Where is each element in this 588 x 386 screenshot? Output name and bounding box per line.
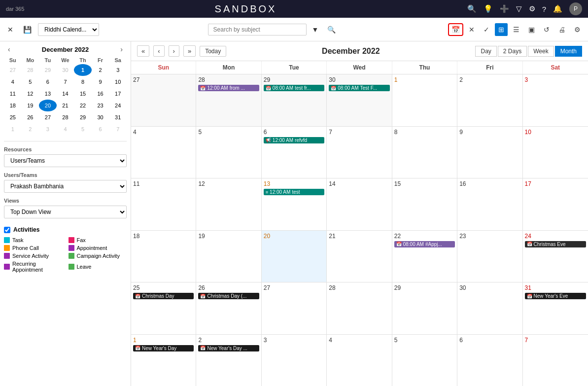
cal-cell[interactable]: 7 [523, 335, 588, 386]
cal-cell[interactable]: 18 [131, 231, 196, 282]
close-button[interactable]: ✕ [4, 23, 17, 36]
mini-cal-day[interactable]: 18 [4, 100, 22, 111]
bell-icon[interactable]: 🔔 [553, 4, 562, 13]
mini-cal-day[interactable]: 28 [22, 64, 39, 76]
cal-event[interactable]: 📢12:00 AM refvfd [264, 137, 324, 143]
cal-cell[interactable]: 14 [327, 178, 392, 230]
help-icon[interactable]: ? [542, 5, 546, 13]
two-days-switch-btn[interactable]: 2 Days [498, 46, 527, 57]
mini-cal-day[interactable]: 9 [92, 76, 109, 88]
cal-cell[interactable]: 6📢12:00 AM refvfd [262, 127, 327, 178]
day-view-btn[interactable]: ▣ [525, 23, 538, 36]
mini-cal-day[interactable]: 21 [57, 100, 74, 111]
cal-event[interactable]: 📅08:00 AM test fr... [264, 85, 324, 91]
calendar-select[interactable]: Riddhi Calend... [38, 23, 99, 36]
mini-cal-day[interactable]: 14 [57, 88, 74, 100]
mini-cal-day[interactable]: 3 [39, 123, 57, 135]
cal-event[interactable]: 📅 New Year's Eve [525, 293, 586, 299]
mini-cal-day[interactable]: 6 [92, 123, 109, 135]
cal-last-btn[interactable]: » [183, 45, 196, 57]
cal-cell[interactable]: 28📅12:00 AM from ... [196, 74, 261, 126]
cal-cell[interactable]: 11 [131, 178, 196, 230]
mini-cal-day[interactable]: 17 [109, 88, 127, 100]
mini-cal-day[interactable]: 28 [57, 111, 74, 123]
mini-cal-prev[interactable]: ‹ [6, 45, 12, 53]
mini-cal-day[interactable]: 30 [57, 64, 74, 76]
cal-event[interactable]: ≡12:00 AM test [264, 189, 324, 195]
search-icon[interactable]: 🔍 [467, 4, 477, 13]
cal-event[interactable]: 📅08:00 AM #Appj... [394, 241, 455, 247]
mini-cal-day[interactable]: 27 [4, 64, 22, 76]
mini-cal-day[interactable]: 27 [39, 111, 57, 123]
users-teams-dropdown[interactable]: Prakash Bambhania [4, 180, 127, 193]
mini-cal-day[interactable]: 24 [109, 100, 127, 111]
cal-today-btn[interactable]: Today [200, 46, 226, 57]
cal-cell[interactable]: 29 [392, 282, 457, 334]
cal-cell[interactable]: 27 [262, 282, 327, 334]
mini-cal-day[interactable]: 1 [4, 123, 22, 135]
cal-cell[interactable]: 1 [392, 74, 457, 126]
cal-cell[interactable]: 24📅 Christmas Eve [523, 231, 588, 282]
mini-cal-day[interactable]: 10 [109, 76, 127, 88]
month-grid-btn[interactable]: ⊞ [495, 23, 508, 36]
plus-icon[interactable]: ➕ [500, 4, 509, 13]
save-button[interactable]: 💾 [20, 23, 35, 36]
cal-cell[interactable]: 28 [327, 282, 392, 334]
cal-cell[interactable]: 23 [457, 231, 522, 282]
print-btn[interactable]: 🖨 [555, 23, 569, 36]
refresh-btn[interactable]: ↺ [540, 23, 553, 36]
mini-cal-day[interactable]: 1 [74, 64, 92, 76]
cal-cell[interactable]: 9 [457, 127, 522, 178]
cal-cell[interactable]: 10 [523, 127, 588, 178]
cal-event[interactable]: 📅 New Year's Day [133, 345, 194, 351]
search-dropdown-btn[interactable]: ▼ [309, 23, 322, 36]
search-submit-btn[interactable]: 🔍 [324, 23, 339, 36]
cal-prev-btn[interactable]: ‹ [153, 45, 164, 57]
mini-cal-day[interactable]: 3 [109, 64, 127, 76]
cal-next-btn[interactable]: › [169, 45, 179, 57]
cal-cell[interactable]: 6 [457, 335, 522, 386]
cal-event[interactable]: 📅 Christmas Day [133, 293, 194, 299]
mini-cal-day[interactable]: 7 [57, 76, 74, 88]
mini-cal-day[interactable]: 15 [74, 88, 92, 100]
mini-cal-day[interactable]: 4 [4, 76, 22, 88]
gear-icon[interactable]: ⚙ [529, 4, 535, 13]
cal-first-btn[interactable]: « [137, 45, 149, 57]
views-dropdown[interactable]: Top Down View [4, 206, 127, 218]
cal-cell[interactable]: 31📅 New Year's Eve [523, 282, 588, 334]
mini-cal-day[interactable]: 30 [92, 111, 109, 123]
cal-cell[interactable]: 29📅08:00 AM test fr... [262, 74, 327, 126]
mini-cal-day[interactable]: 31 [109, 111, 127, 123]
mini-cal-day[interactable]: 29 [39, 64, 57, 76]
cal-cell[interactable]: 15 [392, 178, 457, 230]
mini-cal-day[interactable]: 23 [92, 100, 109, 111]
lightbulb-icon[interactable]: 💡 [484, 4, 493, 13]
day-switch-btn[interactable]: Day [475, 46, 496, 57]
mini-cal-day[interactable]: 5 [74, 123, 92, 135]
cal-cell[interactable]: 17 [523, 178, 588, 230]
cal-event[interactable]: 📅08:00 AM Test F... [329, 85, 389, 91]
delete-view-btn[interactable]: ✕ [465, 23, 478, 36]
mini-cal-day[interactable]: 7 [109, 123, 127, 135]
cal-cell[interactable]: 1📅 New Year's Day [131, 335, 196, 386]
mini-cal-day[interactable]: 19 [22, 100, 39, 111]
mini-cal-day[interactable]: 13 [39, 88, 57, 100]
cal-cell[interactable]: 13≡12:00 AM test [262, 178, 327, 230]
cal-cell[interactable]: 12 [196, 178, 261, 230]
avatar[interactable]: P [569, 2, 582, 15]
cal-event[interactable]: 📅12:00 AM from ... [198, 85, 259, 91]
cal-cell[interactable]: 16 [457, 178, 522, 230]
search-input[interactable] [208, 24, 307, 35]
mini-cal-day[interactable]: 25 [4, 111, 22, 123]
cal-event[interactable]: 📅 New Year's Day ... [198, 345, 259, 351]
mini-cal-day[interactable]: 20 [39, 100, 57, 111]
cal-cell[interactable]: 19 [196, 231, 261, 282]
list-view-btn[interactable]: ☰ [510, 23, 523, 36]
mini-cal-day[interactable]: 2 [92, 64, 109, 76]
schedule-icon-highlighted[interactable]: 📅 [448, 23, 463, 36]
week-switch-btn[interactable]: Week [528, 46, 553, 57]
cal-cell[interactable]: 7 [327, 127, 392, 178]
activities-checkbox[interactable] [4, 227, 10, 233]
resources-dropdown[interactable]: Users/Teams [4, 154, 127, 167]
mini-cal-day[interactable]: 4 [57, 123, 74, 135]
